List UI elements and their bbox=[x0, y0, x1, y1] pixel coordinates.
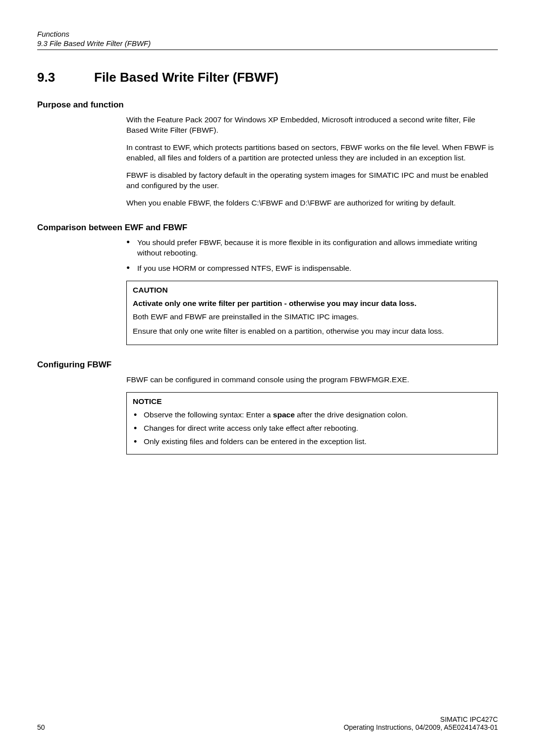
section-heading: 9.3File Based Write Filter (FBWF) bbox=[37, 70, 498, 85]
page-footer: 50 SIMATIC IPC427C Operating Instruction… bbox=[37, 715, 498, 731]
footer-product: SIMATIC IPC427C bbox=[344, 715, 498, 723]
section-number: 9.3 bbox=[37, 70, 94, 85]
configuring-heading: Configuring FBWF bbox=[37, 360, 498, 370]
comparison-body: You should prefer FBWF, because it is mo… bbox=[126, 238, 498, 345]
list-item: Changes for direct write access only tak… bbox=[133, 423, 491, 434]
running-header-section: 9.3 File Based Write Filter (FBWF) bbox=[37, 39, 498, 50]
caution-p1: Both EWF and FBWF are preinstalled in th… bbox=[133, 312, 491, 322]
caution-title: Activate only one write filter per parti… bbox=[133, 299, 491, 309]
caution-p2: Ensure that only one write filter is ena… bbox=[133, 326, 491, 337]
notice-b1-bold: space bbox=[273, 410, 295, 419]
list-item: You should prefer FBWF, because it is mo… bbox=[126, 238, 498, 258]
configuring-p1: FBWF can be configured in command consol… bbox=[126, 375, 498, 385]
section-title: File Based Write Filter (FBWF) bbox=[94, 70, 278, 85]
purpose-p1: With the Feature Pack 2007 for Windows X… bbox=[126, 115, 498, 136]
list-item: Only existing files and folders can be e… bbox=[133, 437, 491, 447]
notice-label: NOTICE bbox=[133, 397, 491, 407]
notice-b1-post: after the drive designation colon. bbox=[295, 410, 408, 419]
notice-box: NOTICE Observe the following syntax: Ent… bbox=[126, 392, 498, 454]
purpose-p2: In contrast to EWF, which protects parti… bbox=[126, 143, 498, 163]
list-item: Observe the following syntax: Enter a sp… bbox=[133, 410, 491, 420]
footer-right: SIMATIC IPC427C Operating Instructions, … bbox=[344, 715, 498, 731]
running-header-title: Functions bbox=[37, 30, 498, 38]
footer-docinfo: Operating Instructions, 04/2009, A5E0241… bbox=[344, 723, 498, 731]
notice-bullets: Observe the following syntax: Enter a sp… bbox=[133, 410, 491, 447]
purpose-p3: FBWF is disabled by factory default in t… bbox=[126, 170, 498, 191]
comparison-bullets: You should prefer FBWF, because it is mo… bbox=[126, 238, 498, 274]
page-number: 50 bbox=[37, 723, 45, 731]
caution-box: CAUTION Activate only one write filter p… bbox=[126, 281, 498, 345]
purpose-p4: When you enable FBWF, the folders C:\FBW… bbox=[126, 198, 498, 208]
caution-label: CAUTION bbox=[133, 285, 491, 296]
purpose-heading: Purpose and function bbox=[37, 100, 498, 110]
notice-b1-pre: Observe the following syntax: Enter a bbox=[144, 410, 273, 419]
purpose-body: With the Feature Pack 2007 for Windows X… bbox=[126, 115, 498, 208]
comparison-heading: Comparison between EWF and FBWF bbox=[37, 223, 498, 233]
configuring-body: FBWF can be configured in command consol… bbox=[126, 375, 498, 454]
list-item: If you use HORM or compressed NTFS, EWF … bbox=[126, 263, 498, 274]
